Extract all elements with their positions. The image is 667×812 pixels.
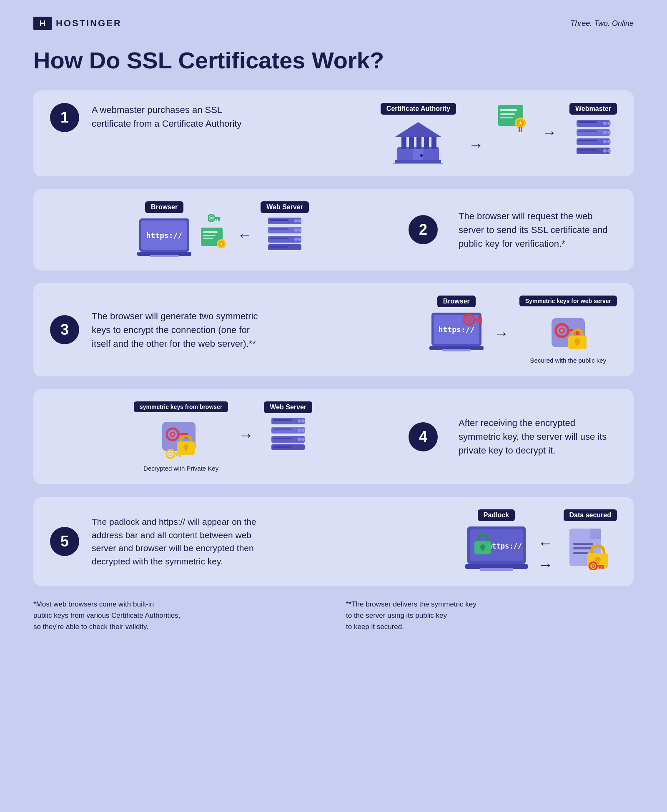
svg-point-32 xyxy=(603,140,607,143)
step-2-visual: Browser https:// xyxy=(50,201,396,258)
decrypted-label: Decrypted with Private Key xyxy=(143,465,218,472)
svg-text:★: ★ xyxy=(519,121,523,125)
svg-rect-128 xyxy=(573,547,593,549)
svg-rect-96 xyxy=(185,447,187,451)
svg-point-36 xyxy=(603,149,607,153)
data-secured-label: Data secured xyxy=(564,509,617,521)
browser-label-2: Browser xyxy=(145,201,183,213)
svg-rect-60 xyxy=(270,228,288,230)
svg-point-66 xyxy=(298,238,301,241)
svg-rect-136 xyxy=(602,566,604,569)
step-1: 1 A webmaster purchases an SSL certifica… xyxy=(33,90,634,176)
step-4-arrow: → xyxy=(238,426,253,444)
svg-rect-16 xyxy=(500,117,513,118)
svg-point-29 xyxy=(607,131,611,134)
svg-rect-103 xyxy=(273,419,292,421)
key-small-svg xyxy=(208,214,221,224)
webmaster-icon: Webmaster xyxy=(569,103,617,155)
step-3-number: 3 xyxy=(50,315,79,344)
svg-rect-123 xyxy=(480,568,513,571)
step-4: 4 After receiving the encrypted symmetri… xyxy=(33,389,634,484)
svg-rect-27 xyxy=(578,130,597,132)
svg-rect-6 xyxy=(424,137,429,149)
svg-rect-75 xyxy=(479,320,482,323)
step-4-number: 4 xyxy=(409,422,438,451)
step-1-number: 1 xyxy=(50,103,79,132)
logo: H HOSTINGER xyxy=(33,17,122,30)
tagline: Three. Two. Online xyxy=(570,19,634,28)
browser-icon-2: Browser https:// xyxy=(137,201,191,258)
svg-point-37 xyxy=(607,149,611,153)
step-2-arrow: ← xyxy=(237,226,252,244)
step-3-visual: Browser https:// → Symmetric keys for we… xyxy=(267,296,617,364)
svg-point-33 xyxy=(607,140,611,143)
svg-rect-101 xyxy=(176,454,178,456)
step-3-text: The browser will generate two symmetric … xyxy=(92,309,267,351)
laptop-key-svg: https:// xyxy=(429,311,484,354)
sym-keys-icon: Symmetric keys for web server Secured wi… xyxy=(519,296,617,364)
svg-text:https://: https:// xyxy=(488,542,522,550)
svg-rect-126 xyxy=(590,529,601,539)
svg-rect-31 xyxy=(578,140,597,141)
svg-rect-76 xyxy=(476,320,479,323)
server-svg-2 xyxy=(266,216,303,252)
server-svg-4 xyxy=(269,416,307,452)
svg-marker-10 xyxy=(395,122,441,137)
svg-rect-107 xyxy=(273,429,292,430)
step-5-text: The padlock and https:// will appear on … xyxy=(92,515,267,568)
svg-text:https://: https:// xyxy=(146,231,183,240)
svg-text:★: ★ xyxy=(220,242,223,246)
svg-rect-49 xyxy=(203,231,218,233)
logo-text: HOSTINGER xyxy=(56,18,122,29)
step-5-arrow-right: → xyxy=(538,556,553,574)
step-3-arrow: → xyxy=(494,325,509,342)
web-server-label-4: Web Server xyxy=(264,401,312,413)
svg-rect-21 xyxy=(521,127,522,132)
svg-rect-121 xyxy=(481,547,484,551)
step-1-visual: Certificate Authority xyxy=(250,103,617,164)
svg-rect-100 xyxy=(179,454,181,457)
svg-point-98 xyxy=(169,452,172,456)
svg-point-104 xyxy=(298,419,301,423)
svg-text:https://: https:// xyxy=(438,325,474,334)
svg-rect-129 xyxy=(573,552,588,554)
svg-rect-7 xyxy=(431,137,436,149)
svg-point-58 xyxy=(298,219,301,223)
svg-rect-4 xyxy=(409,137,414,149)
step-5-arrow-left: ← xyxy=(538,534,553,552)
svg-point-25 xyxy=(607,122,611,125)
svg-rect-83 xyxy=(576,331,579,335)
certificate-authority-icon: Certificate Authority xyxy=(381,103,456,164)
data-secured-icon: Data secured xyxy=(564,509,617,570)
footer-note-2: **The browser delivers the symmetric key… xyxy=(346,599,634,633)
sym-keys-label: Symmetric keys for web server xyxy=(519,296,617,306)
header: H HOSTINGER Three. Two. Online xyxy=(33,17,634,30)
svg-rect-23 xyxy=(578,121,597,123)
cert-small-svg: ★ xyxy=(200,226,229,251)
svg-point-65 xyxy=(294,238,298,241)
browser-icon-3: Browser https:// xyxy=(429,296,484,354)
svg-rect-115 xyxy=(273,446,292,448)
svg-point-44 xyxy=(210,216,213,220)
svg-rect-12 xyxy=(393,163,443,164)
svg-rect-78 xyxy=(442,349,471,351)
svg-point-24 xyxy=(603,122,607,125)
step-4-text: After receiving the encrypted symmetric … xyxy=(459,416,617,457)
svg-point-62 xyxy=(298,228,301,232)
svg-point-108 xyxy=(298,429,301,432)
svg-rect-3 xyxy=(401,137,406,149)
browser-label-3: Browser xyxy=(437,296,476,307)
data-secured-svg xyxy=(567,524,613,570)
certificate-icon: ★ xyxy=(496,103,529,132)
svg-rect-14 xyxy=(500,109,517,111)
step-1-arrow: → xyxy=(469,136,484,154)
cert-key-group: ★ xyxy=(200,214,229,251)
svg-point-61 xyxy=(294,228,298,232)
svg-rect-74 xyxy=(473,318,482,320)
step-4-visual: symmetric keys from browser xyxy=(50,401,396,472)
lock-key2-svg xyxy=(158,416,204,459)
main-title: How Do SSL Certificates Work? xyxy=(33,47,634,74)
logo-icon: H xyxy=(33,17,52,30)
svg-rect-135 xyxy=(597,565,604,566)
web-server-icon-4: Web Server xyxy=(264,401,312,452)
